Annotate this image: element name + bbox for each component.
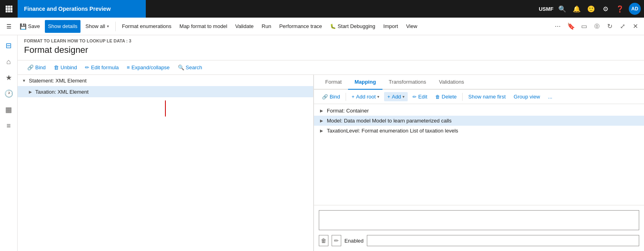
ds-item-format[interactable]: ▶ Format: Container — [314, 106, 644, 116]
more-button[interactable]: ... — [545, 92, 555, 101]
favorites-icon[interactable]: ★ — [2, 70, 16, 85]
formula-textbox[interactable] — [319, 210, 639, 230]
ds-format-arrow: ▶ — [319, 108, 324, 114]
svg-rect-7 — [8, 10, 10, 12]
unbind-button[interactable]: 🗑 Unbind — [50, 63, 80, 72]
svg-rect-1 — [8, 6, 10, 8]
apps-icon[interactable] — [3, 3, 14, 14]
tab-transformations[interactable]: Transformations — [382, 75, 433, 90]
help-icon[interactable]: ❓ — [614, 3, 626, 14]
save-icon: 💾 — [20, 23, 26, 30]
tab-validations[interactable]: Validations — [433, 75, 471, 90]
save-button[interactable]: 💾 Save — [16, 20, 43, 33]
svg-rect-6 — [6, 10, 8, 12]
user-label: USMF — [539, 6, 553, 12]
avatar[interactable]: AD — [629, 3, 641, 15]
start-debugging-button[interactable]: 🐛 Start Debugging — [327, 20, 378, 33]
breadcrumb: FORMAT TO LEARN HOW TO LOOKUP LE DATA : … — [24, 38, 638, 43]
sidebar: ⊟ ⌂ ★ 🕐 ▦ ≡ — [0, 35, 18, 251]
delete-enabled-button[interactable]: 🗑 — [319, 235, 328, 246]
svg-rect-0 — [6, 6, 8, 8]
view-button[interactable]: View — [403, 20, 421, 33]
modules-icon[interactable]: ≡ — [2, 118, 16, 133]
format-toolbar: 🔗 Bind 🗑 Unbind ✏ Edit formula ≡ Expand/… — [18, 60, 644, 75]
svg-rect-5 — [10, 8, 12, 10]
validate-button[interactable]: Validate — [232, 20, 257, 33]
tree-item-taxation[interactable]: ▶ Taxation: XML Element — [18, 86, 313, 97]
separator-1 — [115, 22, 116, 31]
edit-enabled-button[interactable]: ✏ — [332, 235, 341, 246]
divider-container — [18, 97, 313, 120]
performance-trace-button[interactable]: Performance trace — [276, 20, 325, 33]
tab-bar: Format Mapping Transformations Validatio… — [314, 75, 644, 90]
edit-formula-button[interactable]: ✏ Edit formula — [82, 63, 122, 72]
show-all-dropdown-icon: ▾ — [107, 24, 109, 28]
search-button[interactable]: 🔍 Search — [175, 63, 205, 72]
expand-icon[interactable]: ⤢ — [617, 21, 628, 32]
delete-button[interactable]: 🗑 Delete — [432, 92, 460, 101]
add-root-dropdown-icon: ▾ — [377, 94, 379, 99]
close-icon[interactable]: ✕ — [630, 21, 641, 32]
tab-mapping[interactable]: Mapping — [348, 75, 382, 90]
badge-icon[interactable]: ⓪ — [591, 21, 602, 32]
top-bar: Finance and Operations Preview USMF 🔍 🔔 … — [0, 0, 644, 18]
emoji-icon[interactable]: 🙂 — [586, 3, 597, 14]
add-root-icon: + — [352, 94, 354, 100]
expand-icon: ▶ — [27, 88, 34, 95]
delete-icon: 🗑 — [435, 94, 440, 100]
more-commands-icon[interactable]: ··· — [551, 22, 564, 30]
enabled-input[interactable] — [367, 235, 639, 246]
search-icon: 🔍 — [178, 64, 184, 70]
unbind-icon: 🗑 — [54, 64, 59, 70]
show-all-button[interactable]: Show all ▾ — [82, 20, 112, 33]
tree-item-statement[interactable]: ▼ Statement: XML Element — [18, 75, 313, 86]
datasource-tree: ▶ Format: Container ▶ Model: Data model … — [314, 104, 644, 205]
add-dropdown-icon: ▾ — [402, 94, 405, 99]
divider-line — [165, 100, 166, 116]
ds-item-model[interactable]: ▶ Model: Data model Model to learn param… — [314, 116, 644, 126]
show-name-first-button[interactable]: Show name first — [465, 92, 509, 101]
bind-icon: 🔗 — [27, 64, 34, 70]
ds-taxation-arrow: ▶ — [319, 128, 324, 134]
recent-icon[interactable]: 🕐 — [2, 86, 16, 101]
left-pane: ▼ Statement: XML Element ▶ Taxation: XML… — [18, 75, 314, 251]
top-bar-right: USMF 🔍 🔔 🙂 ⚙ ❓ AD — [539, 3, 641, 15]
right-bind-button[interactable]: 🔗 Bind — [319, 92, 343, 101]
edit-button[interactable]: ✏ Edit — [409, 92, 430, 101]
page-title: Format designer — [24, 45, 638, 55]
search-icon[interactable]: 🔍 — [557, 3, 568, 14]
debug-icon: 🐛 — [330, 24, 336, 29]
map-format-button[interactable]: Map format to model — [176, 20, 230, 33]
edit-icon: ✏ — [413, 94, 417, 100]
expand-collapse-button[interactable]: ≡ Expand/collapse — [124, 63, 173, 72]
right-bind-icon: 🔗 — [322, 94, 328, 100]
settings-icon[interactable]: ⚙ — [600, 3, 611, 14]
format-enumerations-button[interactable]: Format enumerations — [119, 20, 175, 33]
svg-rect-3 — [6, 8, 8, 10]
svg-rect-2 — [10, 6, 12, 8]
refresh-icon[interactable]: ↻ — [604, 21, 615, 32]
bell-icon[interactable]: 🔔 — [571, 3, 582, 14]
edit-icon: ✏ — [85, 64, 89, 70]
add-icon: + — [387, 94, 390, 100]
bind-button[interactable]: 🔗 Bind — [24, 63, 49, 72]
run-button[interactable]: Run — [258, 20, 274, 33]
hamburger-button[interactable]: ☰ — [3, 20, 15, 33]
group-view-button[interactable]: Group view — [511, 92, 543, 101]
add-button[interactable]: + Add ▾ — [384, 92, 408, 101]
right-pane: Format Mapping Transformations Validatio… — [314, 75, 644, 251]
home-icon[interactable]: ⌂ — [2, 54, 16, 69]
svg-rect-8 — [10, 10, 12, 12]
top-bar-grid: Finance and Operations Preview USMF 🔍 🔔 … — [3, 0, 641, 18]
panel-icon[interactable]: ▭ — [578, 21, 590, 32]
content-area: FORMAT TO LEARN HOW TO LOOKUP LE DATA : … — [18, 35, 644, 251]
add-root-button[interactable]: + Add root ▾ — [348, 92, 382, 101]
bookmark-icon[interactable]: 🔖 — [566, 21, 577, 32]
rt-sep-1 — [346, 93, 346, 101]
tab-format[interactable]: Format — [319, 75, 348, 90]
import-button[interactable]: Import — [380, 20, 401, 33]
ds-item-taxation[interactable]: ▶ TaxationLevel: Format enumeration List… — [314, 126, 644, 136]
show-details-button[interactable]: Show details — [45, 20, 81, 33]
filter-icon[interactable]: ⊟ — [2, 38, 16, 53]
workspaces-icon[interactable]: ▦ — [2, 102, 16, 117]
